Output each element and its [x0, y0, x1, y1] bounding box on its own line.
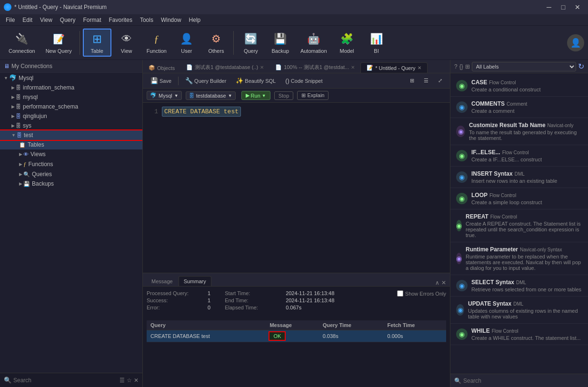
menu-query[interactable]: Query: [56, 16, 80, 24]
run-button[interactable]: ▶ Run ▼: [241, 91, 270, 100]
menu-window[interactable]: Window: [157, 16, 185, 24]
tab-testdb1-close[interactable]: ✕: [260, 65, 264, 70]
snippet-runtime[interactable]: ◉ Runtime Parameter Navicat-only Syntax …: [450, 242, 588, 275]
toolbar-new-query[interactable]: 📝 New Query: [41, 29, 77, 57]
toolbar-function[interactable]: ƒ Function: [142, 29, 171, 57]
db-selector[interactable]: 🐬 Mysql ▼: [147, 91, 182, 100]
tab-testdb1[interactable]: 📄 测试表1 @testdatabase (..) ✕: [180, 62, 269, 73]
toolbar-table[interactable]: ⊞ Table: [83, 29, 111, 57]
update-icon: ◉: [456, 304, 464, 316]
tree-item-information-schema[interactable]: ▶ 🗄 information_schema: [0, 83, 142, 92]
snippet-ifelse[interactable]: ◉ IF...ELSE... Flow Control Create a IF.…: [450, 145, 588, 167]
beautify-sql-button[interactable]: ✨ Beautify SQL: [232, 76, 279, 85]
sidebar-search: 🔍 ☰ ☆ ✕: [0, 373, 142, 387]
menu-tools[interactable]: Tools: [136, 16, 157, 24]
tree-item-queries[interactable]: ▶ 🔍 Queries: [0, 169, 142, 179]
toolbar-view[interactable]: 👁 View: [112, 29, 141, 57]
tab-objects[interactable]: 📦 Objects: [143, 63, 180, 73]
clear-icon[interactable]: ✕: [134, 377, 139, 384]
close-button[interactable]: ✕: [571, 2, 584, 12]
snippet-while[interactable]: ◉ WHILE Flow Control Create a WHILE cons…: [450, 324, 588, 345]
expand-button[interactable]: ⤢: [434, 77, 446, 85]
snippet-comments[interactable]: ◉ COMMENTS Comment Create a comment: [450, 97, 588, 118]
menu-edit[interactable]: Edit: [19, 16, 36, 24]
sort-icon[interactable]: ☰: [120, 377, 125, 384]
toolbar-model[interactable]: 🧩 Model: [333, 29, 361, 57]
tree-item-mysql-db[interactable]: ▶ 🗄 mysql: [0, 92, 142, 102]
tree-container: ▼ 🐬 Mysql ▶ 🗄 information_schema ▶ 🗄 mys…: [0, 73, 142, 373]
minimize-button[interactable]: ─: [542, 2, 556, 12]
tab-testdb2-close[interactable]: ✕: [351, 65, 355, 70]
explain-button[interactable]: ⊞ Explain: [297, 91, 329, 100]
menu-favorites[interactable]: Favorites: [105, 16, 136, 24]
right-search-input[interactable]: [463, 377, 584, 384]
window-controls[interactable]: ─ □ ✕: [542, 2, 584, 12]
results-close-button[interactable]: ✕: [441, 279, 446, 286]
tree-item-sys[interactable]: ▶ 🗄 sys: [0, 121, 142, 130]
select-icon: ◉: [456, 280, 468, 291]
toolbar-bi[interactable]: 📊 BI: [362, 29, 391, 57]
while-desc: Create a WHILE construct. The statement …: [471, 335, 581, 341]
help-icon[interactable]: ?: [454, 63, 458, 70]
show-errors-only[interactable]: Show Errors Only: [397, 290, 446, 297]
label-filter-select[interactable]: All Labels: [472, 62, 576, 71]
menu-format[interactable]: Format: [80, 16, 105, 24]
tab-untitled-close[interactable]: ✕: [418, 65, 421, 70]
tree-item-mysql[interactable]: ▼ 🐬 Mysql: [0, 73, 142, 83]
snippet-case[interactable]: ◉ CASE Flow Control Create a conditional…: [450, 75, 588, 97]
menu-help[interactable]: Help: [185, 16, 205, 24]
snippet-update[interactable]: ◉ UPDATE Syntax DML Updates columns of e…: [450, 297, 588, 324]
list-view-button[interactable]: ☰: [420, 77, 432, 85]
tree-item-perf-schema[interactable]: ▶ 🗄 performance_schema: [0, 102, 142, 111]
toolbar-backup[interactable]: 💾 Backup: [266, 29, 295, 57]
menu-file[interactable]: File: [2, 16, 19, 24]
show-errors-checkbox[interactable]: [397, 290, 403, 297]
grid-view-button[interactable]: ⊞: [406, 77, 418, 85]
save-label: Save: [159, 78, 171, 84]
maximize-button[interactable]: □: [557, 2, 570, 12]
toolbar-user[interactable]: 👤 User: [172, 29, 201, 57]
snippet-loop[interactable]: ◉ LOOP Flow Control Create a simple loop…: [450, 188, 588, 209]
refresh-icon[interactable]: ↻: [578, 62, 584, 71]
tree-item-views[interactable]: ▶ 👁 Views: [0, 149, 142, 159]
table-row[interactable]: CREATE DATABASE test OK 0.038s 0.000s: [147, 330, 446, 342]
tree-item-test[interactable]: ▼ 🗄 test: [0, 130, 142, 140]
test-icon: 🗄: [17, 132, 22, 138]
tab-summary[interactable]: Summary: [179, 276, 211, 286]
query-builder-button[interactable]: 🔧 Query Builder: [181, 76, 230, 85]
end-time-label: End Time:: [225, 298, 282, 303]
end-time-row: End Time: 2024-11-21 16:13:48: [225, 298, 334, 303]
toolbar-others[interactable]: ⚙ Others: [202, 29, 230, 57]
code-snippet-button[interactable]: () Code Snippet: [281, 76, 326, 85]
save-button[interactable]: 💾 Save: [147, 76, 175, 85]
snippet-customize[interactable]: ◉ Customize Result Tab Name Navicat-only…: [450, 118, 588, 145]
star-icon[interactable]: ☆: [127, 377, 132, 384]
code-icon[interactable]: {}: [459, 63, 463, 70]
snippet-repeat[interactable]: ◉ REPEAT Flow Control Create A REPEAT co…: [450, 209, 588, 242]
toolbar-automation[interactable]: 🤖 Automation: [296, 29, 332, 57]
snippet-insert[interactable]: ◉ INSERT Syntax DML Insert new rows into…: [450, 167, 588, 188]
processed-query-label: Processed Query:: [147, 290, 204, 296]
search-input[interactable]: [13, 377, 118, 384]
runtime-title: Runtime Parameter Navicat-only Syntax: [466, 246, 582, 253]
user-avatar[interactable]: 👤: [567, 34, 584, 51]
snippet-select[interactable]: ◉ SELECT Syntax DML Retrieve rows select…: [450, 275, 588, 297]
tree-item-functions[interactable]: ▶ ƒ Functions: [0, 159, 142, 169]
grid-icon[interactable]: ⊞: [465, 63, 470, 70]
tab-message[interactable]: Message: [147, 277, 178, 286]
schema-selector[interactable]: 🗄 testdatabase ▼: [186, 91, 236, 100]
menu-view[interactable]: View: [36, 16, 56, 24]
toolbar-query[interactable]: 🔄 Query: [237, 29, 265, 57]
main-toolbar: 🔌 Connection 📝 New Query ⊞ Table 👁 View …: [0, 26, 588, 60]
tab-untitled-query[interactable]: 📝 * Untitled - Query ✕: [360, 62, 427, 73]
tree-item-backups[interactable]: ▶ 💾 Backups: [0, 179, 142, 189]
code-editor[interactable]: 1 CREATE DATABASE test: [143, 103, 450, 273]
toolbar-connection[interactable]: 🔌 Connection: [4, 29, 40, 57]
tree-item-tables[interactable]: 📋 Tables: [0, 140, 142, 149]
stop-button[interactable]: Stop: [274, 91, 294, 100]
tree-item-qingliujun[interactable]: ▶ 🗄 qingliujun: [0, 111, 142, 121]
beautify-icon: ✨: [236, 77, 243, 84]
sys-icon: 🗄: [16, 123, 21, 129]
tab-testdb2[interactable]: 📄 100% -- 测试表1 @testdat... ✕: [269, 62, 360, 73]
results-collapse-button[interactable]: ∧: [435, 279, 439, 286]
